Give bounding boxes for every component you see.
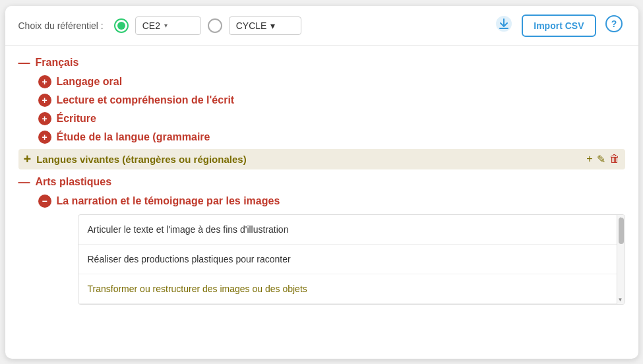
add-langues-vivantes-icon[interactable]: +: [586, 153, 592, 165]
francais-subsections: + Langage oral + Lecture et compréhensio…: [38, 73, 625, 146]
chevron-down-icon: ▾: [164, 22, 168, 29]
item-realiser-text: Réaliser des productions plastiques pour…: [88, 254, 291, 264]
section-arts-plastiques: — Arts plastiques − La narration et le t…: [18, 172, 625, 305]
referentiel-label: Choix du référentiel :: [18, 20, 104, 31]
langues-vivantes-actions: + ✎ 🗑: [586, 153, 619, 166]
francais-title[interactable]: Français: [36, 57, 79, 69]
etude-langue-title[interactable]: Étude de la langue (grammaire: [57, 131, 210, 143]
download-icon: [495, 15, 512, 32]
delete-langues-vivantes-icon[interactable]: 🗑: [609, 153, 620, 165]
list-item-transformer[interactable]: Transformer ou restructurer des images o…: [78, 274, 625, 304]
narration-item-list: Articuler le texte et l'image à des fins…: [78, 214, 625, 305]
expand-ecriture-icon[interactable]: +: [38, 112, 51, 125]
subsection-lecture: + Lecture et compréhension de l'écrit: [38, 91, 625, 109]
scrollbar-track[interactable]: ▲ ▼: [617, 215, 625, 304]
collapse-francais-icon[interactable]: —: [18, 57, 30, 69]
ecriture-title[interactable]: Écriture: [57, 113, 96, 125]
radio-referentiel-selected[interactable]: [114, 18, 129, 33]
svg-text:?: ?: [611, 18, 617, 29]
cycle-select[interactable]: CYCLE ▾: [229, 16, 301, 35]
langues-vivantes-left: + Langues vivantes (étrangères ou région…: [24, 152, 247, 167]
import-csv-button[interactable]: Import CSV: [522, 15, 596, 37]
main-window: Choix du référentiel : CE2 ▾ CYCLE ▾ Imp…: [5, 6, 638, 359]
arts-plastiques-subsections: − La narration et le témoignage par les …: [38, 192, 625, 305]
arts-plastiques-header: — Arts plastiques: [18, 172, 625, 192]
edit-langues-vivantes-icon[interactable]: ✎: [597, 153, 605, 166]
scrollbar-thumb[interactable]: [619, 218, 624, 244]
section-francais: — Français + Langage oral + Lecture et c…: [18, 53, 625, 146]
arts-plastiques-title[interactable]: Arts plastiques: [36, 176, 112, 188]
radio-cycle[interactable]: [208, 18, 222, 33]
list-item-articuler[interactable]: Articuler le texte et l'image à des fins…: [78, 215, 625, 245]
narration-title[interactable]: La narration et le témoignage par les im…: [57, 195, 280, 207]
langage-oral-title[interactable]: Langage oral: [57, 76, 123, 88]
referentiel-select[interactable]: CE2 ▾: [135, 16, 201, 35]
help-icon: ?: [605, 15, 623, 32]
subsection-etude-langue: + Étude de la langue (grammaire: [38, 128, 625, 146]
referentiel-value: CE2: [142, 20, 160, 31]
francais-header: — Français: [18, 53, 625, 73]
collapse-narration-icon[interactable]: −: [38, 195, 51, 208]
item-articuler-text: Articuler le texte et l'image à des fins…: [88, 224, 289, 235]
subsection-langage-oral: + Langage oral: [38, 73, 625, 91]
radio-green-inner: [117, 22, 125, 30]
section-langues-vivantes: + Langues vivantes (étrangères ou région…: [18, 149, 625, 169]
download-button[interactable]: [493, 13, 515, 39]
scrollbar-arrow-down[interactable]: ▼: [617, 296, 625, 304]
list-item-realiser[interactable]: Réaliser des productions plastiques pour…: [78, 245, 625, 274]
subsection-ecriture: + Écriture: [38, 109, 625, 128]
expand-etude-icon[interactable]: +: [38, 131, 51, 144]
langues-vivantes-title[interactable]: Langues vivantes (étrangères ou régional…: [36, 154, 246, 165]
item-transformer-text: Transformer ou restructurer des images o…: [88, 284, 307, 294]
expand-langage-oral-icon[interactable]: +: [38, 75, 51, 88]
expand-langues-vivantes-icon[interactable]: +: [24, 152, 32, 167]
cycle-label: CYCLE: [236, 20, 267, 31]
collapse-arts-plastiques-icon[interactable]: —: [18, 176, 30, 188]
lecture-title[interactable]: Lecture et compréhension de l'écrit: [57, 94, 235, 106]
langues-vivantes-row[interactable]: + Langues vivantes (étrangères ou région…: [18, 149, 625, 169]
toolbar: Choix du référentiel : CE2 ▾ CYCLE ▾ Imp…: [5, 6, 638, 46]
subsection-narration: − La narration et le témoignage par les …: [38, 192, 625, 210]
expand-lecture-icon[interactable]: +: [38, 94, 51, 107]
content-area: — Français + Langage oral + Lecture et c…: [5, 46, 638, 359]
cycle-chevron-icon: ▾: [270, 20, 275, 31]
help-button[interactable]: ?: [603, 13, 625, 39]
